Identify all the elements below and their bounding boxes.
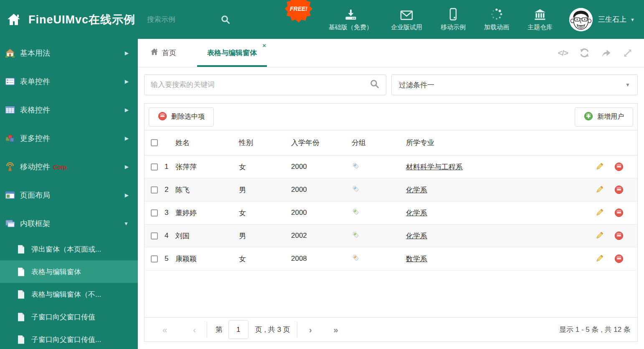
add-user-button[interactable]: 新增用户 bbox=[575, 107, 633, 127]
cell-name: 康颖颖 bbox=[175, 254, 239, 264]
sidebar-item-inline-frame[interactable]: 内联框架 ▼ bbox=[0, 209, 138, 238]
tab-home[interactable]: 首页 bbox=[150, 48, 176, 58]
sidebar-item-label: 更多控件 bbox=[20, 133, 50, 143]
cell-gender: 女 bbox=[239, 208, 291, 218]
sidebar: 基本用法 ▶ 表单控件 ▶ 表格控件 ▶ 更多 bbox=[0, 39, 138, 349]
first-page-button[interactable]: « bbox=[162, 326, 167, 334]
sidebar-item-mobile-controls[interactable]: 移动控件 Corp. ▶ bbox=[0, 153, 138, 181]
sidebar-item-form-controls[interactable]: 表单控件 ▶ bbox=[0, 67, 138, 96]
nav-label: 基础版（免费） bbox=[329, 23, 373, 31]
delete-row-icon[interactable] bbox=[614, 231, 624, 240]
filter-dropdown[interactable]: 过滤条件一 ▼ bbox=[391, 74, 638, 95]
major-link[interactable]: 化学系 bbox=[406, 232, 427, 240]
column-header-name: 姓名 bbox=[175, 138, 239, 148]
row-checkbox[interactable] bbox=[151, 163, 158, 171]
corp-badge: Corp. bbox=[53, 163, 68, 171]
grid-empty-area bbox=[145, 270, 637, 317]
delete-row-icon[interactable] bbox=[614, 208, 624, 217]
filter-dropdown-value: 过滤条件一 bbox=[399, 80, 434, 90]
sidebar-item-label: 表单控件 bbox=[20, 76, 50, 87]
refresh-icon[interactable] bbox=[579, 48, 590, 58]
close-icon[interactable]: × bbox=[262, 42, 266, 48]
sidebar-item-label: 内联框架 bbox=[20, 219, 50, 229]
layout-icon bbox=[5, 190, 15, 200]
row-checkbox[interactable] bbox=[151, 186, 158, 194]
table-row: 1 张萍萍 女 2000 材料科学与工程系 bbox=[145, 155, 637, 178]
cell-year: 2000 bbox=[291, 209, 352, 217]
edit-pencil-icon[interactable] bbox=[595, 162, 604, 171]
sidebar-item-label: 移动控件 bbox=[20, 162, 50, 172]
page-number-input[interactable] bbox=[228, 320, 248, 339]
major-link[interactable]: 化学系 bbox=[406, 209, 427, 217]
grid-header-row: 姓名 性别 入学年份 分组 所学专业 bbox=[145, 130, 637, 155]
edit-pencil-icon[interactable] bbox=[595, 231, 604, 240]
header-search-input[interactable] bbox=[147, 15, 210, 24]
main-content: 首页 表格与编辑窗体 × </> bbox=[138, 39, 644, 349]
major-link[interactable]: 数学系 bbox=[406, 255, 427, 263]
delete-row-icon[interactable] bbox=[614, 185, 624, 194]
cell-year: 2002 bbox=[291, 232, 352, 240]
sidebar-subitem-child-to-parent-2[interactable]: 子窗口向父窗口传值... bbox=[0, 328, 138, 349]
caret-down-icon: ▼ bbox=[625, 82, 630, 88]
sidebar-subitem-grid-edit-window[interactable]: 表格与编辑窗体 bbox=[0, 260, 138, 283]
sidebar-subitem-popup-window[interactable]: 弹出窗体（本页面或... bbox=[0, 238, 138, 260]
prev-page-button[interactable]: ‹ bbox=[193, 326, 196, 334]
home-icon bbox=[150, 48, 158, 58]
search-icon[interactable] bbox=[370, 79, 380, 91]
house-icon bbox=[5, 48, 15, 58]
last-page-button[interactable]: » bbox=[334, 326, 338, 334]
page-icon bbox=[18, 267, 25, 276]
table-row: 4 刘国 男 2002 化学系 bbox=[145, 224, 637, 247]
select-all-checkbox[interactable] bbox=[151, 139, 158, 146]
nav-item-basic-edition[interactable]: 基础版（免费） bbox=[329, 8, 373, 31]
grid-toolbar: 删除选中项 新增用户 bbox=[145, 104, 637, 130]
search-icon[interactable] bbox=[221, 15, 231, 25]
view-source-icon[interactable]: </> bbox=[558, 48, 568, 58]
page-icon bbox=[18, 313, 25, 321]
delete-selected-label: 删除选中项 bbox=[171, 112, 205, 121]
nav-item-loading-animation[interactable]: 加载动画 bbox=[484, 8, 509, 31]
row-number: 2 bbox=[165, 186, 175, 194]
nav-item-mobile-demo[interactable]: 移动示例 bbox=[441, 8, 466, 31]
next-page-button[interactable]: › bbox=[309, 326, 312, 334]
sidebar-subitem-label: 子窗口向父窗口传值 bbox=[31, 312, 95, 322]
share-icon[interactable] bbox=[601, 48, 611, 58]
keyword-search-input[interactable] bbox=[151, 81, 370, 89]
tag-icon bbox=[352, 162, 406, 172]
edit-pencil-icon[interactable] bbox=[595, 185, 604, 194]
home-icon[interactable] bbox=[7, 13, 21, 26]
nav-label: 企业版试用 bbox=[391, 23, 422, 31]
delete-row-icon[interactable] bbox=[614, 162, 624, 171]
tab-grid-edit-window[interactable]: 表格与编辑窗体 × bbox=[197, 39, 267, 67]
sidebar-item-more-controls[interactable]: 更多控件 ▶ bbox=[0, 124, 138, 153]
sidebar-subitem-child-to-parent[interactable]: 子窗口向父窗口传值 bbox=[0, 306, 138, 328]
edit-pencil-icon[interactable] bbox=[595, 208, 604, 217]
row-checkbox[interactable] bbox=[151, 209, 158, 217]
nav-item-enterprise-trial[interactable]: 企业版试用 bbox=[391, 8, 422, 31]
delete-selected-button[interactable]: 删除选中项 bbox=[149, 107, 214, 127]
edit-pencil-icon[interactable] bbox=[595, 254, 604, 263]
sidebar-item-basic-usage[interactable]: 基本用法 ▶ bbox=[0, 39, 138, 67]
major-link[interactable]: 化学系 bbox=[406, 186, 427, 194]
sidebar-item-label: 表格控件 bbox=[20, 105, 50, 115]
sidebar-subitem-grid-edit-window-2[interactable]: 表格与编辑窗体（不... bbox=[0, 283, 138, 306]
cell-year: 2008 bbox=[291, 255, 352, 263]
nav-item-theme-store[interactable]: 主题仓库 bbox=[527, 8, 553, 31]
table-row: 5 康颖颖 女 2008 数学系 bbox=[145, 247, 637, 270]
cell-name: 陈飞 bbox=[175, 185, 239, 195]
user-menu[interactable]: 三生石上 ▼ bbox=[569, 8, 635, 31]
major-link[interactable]: 材料科学与工程系 bbox=[406, 163, 463, 171]
app-window: FineUIMvc在线示例 FREE! 基础版（免费） bbox=[0, 0, 644, 349]
expand-icon[interactable] bbox=[623, 48, 633, 58]
sidebar-item-grid-controls[interactable]: 表格控件 ▶ bbox=[0, 96, 138, 124]
mobile-icon bbox=[449, 8, 457, 20]
row-checkbox[interactable] bbox=[151, 255, 158, 262]
delete-row-icon[interactable] bbox=[614, 254, 624, 263]
tag-icon bbox=[352, 254, 406, 264]
row-checkbox[interactable] bbox=[151, 232, 158, 239]
spinner-icon bbox=[490, 8, 503, 20]
sidebar-item-page-layout[interactable]: 页面布局 ▶ bbox=[0, 181, 138, 209]
active-tab-underline bbox=[197, 65, 267, 67]
cubes-icon bbox=[5, 133, 15, 143]
sidebar-subitem-label: 子窗口向父窗口传值... bbox=[31, 335, 101, 344]
